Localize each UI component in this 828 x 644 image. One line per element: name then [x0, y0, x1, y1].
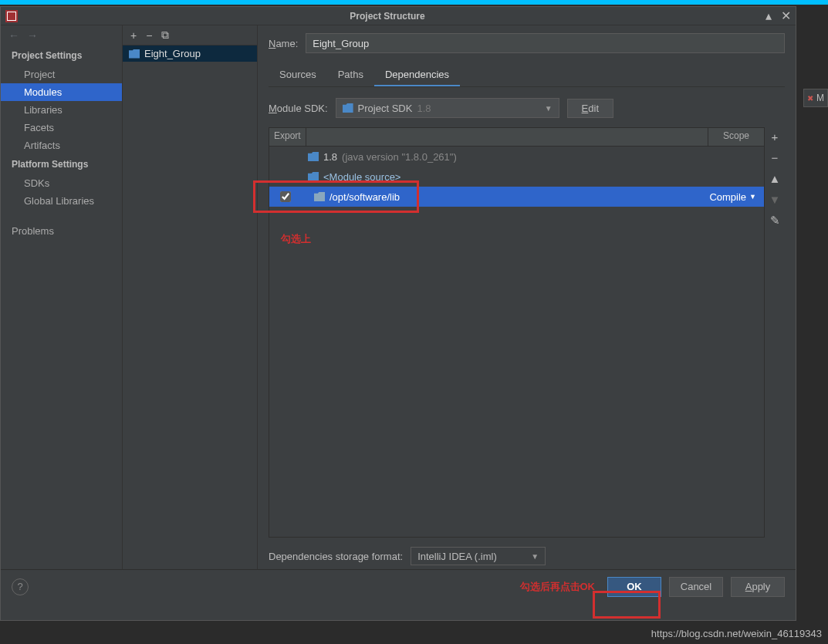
row-scope[interactable]: Compile ▼: [709, 191, 764, 203]
storage-format-select[interactable]: IntelliJ IDEA (.iml) ▼: [411, 547, 546, 565]
col-scope: Scope: [708, 128, 764, 146]
apply-button[interactable]: Apply: [731, 577, 785, 597]
module-toolbar: + − ⧉: [123, 25, 257, 46]
dropdown-icon: ▼: [545, 104, 553, 113]
table-side-toolbar: + − ▲ ▼ ✎: [765, 127, 785, 538]
jdk-folder-icon: [308, 152, 319, 161]
dropdown-icon: ▼: [531, 552, 539, 561]
module-item[interactable]: Eight_Group: [123, 46, 257, 62]
sidebar-item-modules[interactable]: Modules: [1, 83, 122, 101]
row-dim: (java version "1.8.0_261"): [342, 151, 457, 163]
detail-panel: Name: Sources Paths Dependencies Module …: [258, 25, 796, 569]
dialog-title: Project Structure: [18, 11, 757, 22]
sidebar-item-artifacts[interactable]: Artifacts: [1, 137, 122, 154]
tabs: Sources Paths Dependencies: [269, 64, 785, 87]
module-name: Eight_Group: [144, 48, 201, 59]
sidebar-item-global-libraries[interactable]: Global Libraries: [1, 192, 122, 210]
sidebar-item-project[interactable]: Project: [1, 66, 122, 83]
sidebar-item-problems[interactable]: Problems: [1, 222, 122, 240]
annotation-text-1: 勾选上: [281, 232, 311, 246]
section-platform-settings: Platform Settings: [1, 154, 122, 174]
table-row[interactable]: <Module source>: [269, 167, 764, 187]
module-folder-icon: [129, 49, 140, 59]
project-structure-dialog: Project Structure ▴ ✕ ← → Project Settin…: [0, 6, 796, 621]
name-row: Name:: [269, 33, 785, 53]
window-top-border: [0, 0, 828, 5]
name-input[interactable]: [306, 33, 785, 53]
tab-sources[interactable]: Sources: [269, 64, 327, 86]
module-sdk-select[interactable]: Project SDK 1.8 ▼: [336, 98, 559, 118]
add-dep-icon[interactable]: +: [772, 130, 779, 143]
sidebar-item-libraries[interactable]: Libraries: [1, 101, 122, 119]
forward-icon[interactable]: →: [27, 29, 38, 42]
tab-dependencies[interactable]: Dependencies: [374, 64, 460, 86]
add-module-icon[interactable]: +: [130, 29, 137, 42]
ok-button[interactable]: OK: [607, 577, 661, 597]
section-project-settings: Project Settings: [1, 46, 122, 66]
badge-label: M: [816, 93, 824, 103]
move-down-icon[interactable]: ▼: [769, 193, 781, 206]
col-export: Export: [269, 128, 306, 146]
edit-button[interactable]: Edit: [567, 99, 613, 118]
watermark-url: https://blog.csdn.net/weixin_46119343: [651, 628, 822, 639]
titlebar: Project Structure ▴ ✕: [1, 7, 796, 25]
nav-buttons: ← →: [1, 25, 122, 46]
annotation-text-2: 勾选后再点击OK: [520, 580, 596, 594]
back-icon[interactable]: ←: [8, 29, 19, 42]
table-row[interactable]: 1.8 (java version "1.8.0_261"): [269, 147, 764, 167]
scope-dropdown-icon: ▼: [749, 193, 756, 201]
col-name: [306, 128, 708, 146]
sidebar: ← → Project Settings Project Modules Lib…: [1, 25, 123, 569]
dependencies-table: Export Scope 1.8 (java version "1.8.0_26…: [269, 127, 765, 538]
main-content: ← → Project Settings Project Modules Lib…: [1, 25, 796, 569]
intellij-logo-icon: [5, 10, 18, 22]
export-checkbox[interactable]: [280, 191, 291, 202]
sidebar-item-sdks[interactable]: SDKs: [1, 174, 122, 192]
storage-value: IntelliJ IDEA (.iml): [417, 551, 497, 562]
copy-module-icon[interactable]: ⧉: [161, 29, 169, 42]
table-row[interactable]: /opt/software/lib Compile ▼: [269, 187, 764, 207]
lib-folder-icon: [314, 192, 325, 201]
module-sdk-label: Module SDK:: [269, 103, 328, 114]
minimize-icon[interactable]: ▴: [763, 11, 774, 22]
module-list: + − ⧉ Eight_Group: [123, 25, 258, 569]
table-header: Export Scope: [269, 128, 764, 147]
row-text: /opt/software/lib: [330, 191, 400, 203]
close-icon[interactable]: ✕: [780, 11, 791, 22]
help-button[interactable]: ?: [12, 578, 29, 595]
badge-x-icon: ✖: [807, 94, 813, 103]
storage-format-row: Dependencies storage format: IntelliJ ID…: [269, 547, 785, 565]
source-folder-icon: [308, 172, 319, 181]
row-text: 1.8: [323, 151, 337, 163]
move-up-icon[interactable]: ▲: [769, 172, 781, 185]
sidebar-item-facets[interactable]: Facets: [1, 119, 122, 137]
remove-module-icon[interactable]: −: [146, 29, 152, 42]
row-text: <Module source>: [323, 171, 400, 183]
sdk-value-dim: 1.8: [417, 103, 431, 114]
sdk-value-main: Project SDK: [358, 103, 413, 114]
name-label: Name:: [269, 38, 298, 49]
storage-label: Dependencies storage format:: [269, 551, 403, 562]
edit-dep-icon[interactable]: ✎: [770, 214, 780, 228]
cancel-button[interactable]: Cancel: [669, 577, 723, 597]
sdk-folder-icon: [343, 103, 353, 113]
right-badge[interactable]: ✖ M: [803, 89, 828, 107]
sdk-row: Module SDK: Project SDK 1.8 ▼ Edit: [269, 98, 785, 118]
tab-paths[interactable]: Paths: [327, 64, 374, 86]
dependencies-wrap: Export Scope 1.8 (java version "1.8.0_26…: [269, 127, 785, 538]
remove-dep-icon[interactable]: −: [772, 151, 779, 164]
footer: ? 勾选后再点击OK OK Cancel Apply: [1, 569, 796, 603]
